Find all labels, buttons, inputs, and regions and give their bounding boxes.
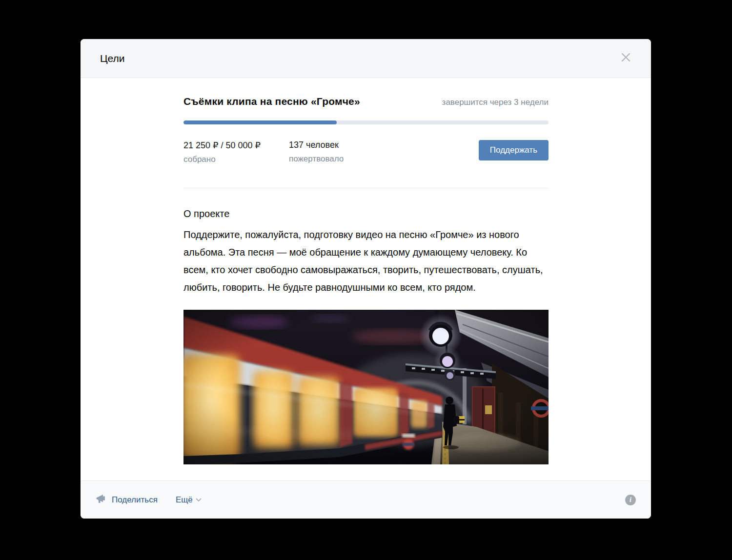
modal-title: Цели [100,53,125,64]
progress-fill [183,120,337,124]
stat-donors: 137 человек пожертвовало [289,140,344,164]
chevron-down-icon [196,498,202,502]
share-button[interactable]: Поделиться [96,494,158,505]
raised-value: 21 250 ₽ / 50 000 ₽ [183,140,289,151]
info-icon[interactable]: i [625,495,636,505]
donors-value: 137 человек [289,140,344,150]
goal-content: Съёмки клипа на песню «Громче» завершитс… [183,96,549,464]
share-label: Поделиться [112,495,158,505]
subway-photo-illustration [183,310,549,464]
close-icon [621,53,630,64]
goals-modal: Цели Съёмки клипа на песню «Громче» заве… [81,39,651,519]
stat-raised: 21 250 ₽ / 50 000 ₽ собрано [183,140,289,164]
about-heading: О проекте [183,208,549,220]
donors-label: пожертвовало [289,154,344,164]
goal-stats: 21 250 ₽ / 50 000 ₽ собрано 137 человек … [183,140,549,164]
goal-photo[interactable] [183,310,549,464]
close-button[interactable] [617,50,634,67]
progress-bar [183,120,549,124]
megaphone-icon [96,494,107,505]
modal-footer: Поделиться Ещё i [81,480,651,519]
raised-label: собрано [183,155,289,164]
goal-head: Съёмки клипа на песню «Громче» завершитс… [183,96,549,107]
modal-header: Цели [81,39,651,78]
section-divider [183,188,549,188]
goal-title: Съёмки клипа на песню «Громче» [183,96,360,107]
about-text: Поддержите, пожалуйста, подготовку видео… [183,226,549,296]
more-button[interactable]: Ещё [176,495,202,505]
support-button[interactable]: Поддержать [479,140,549,160]
goal-deadline: завершится через 3 недели [442,98,549,107]
more-label: Ещё [176,495,193,505]
